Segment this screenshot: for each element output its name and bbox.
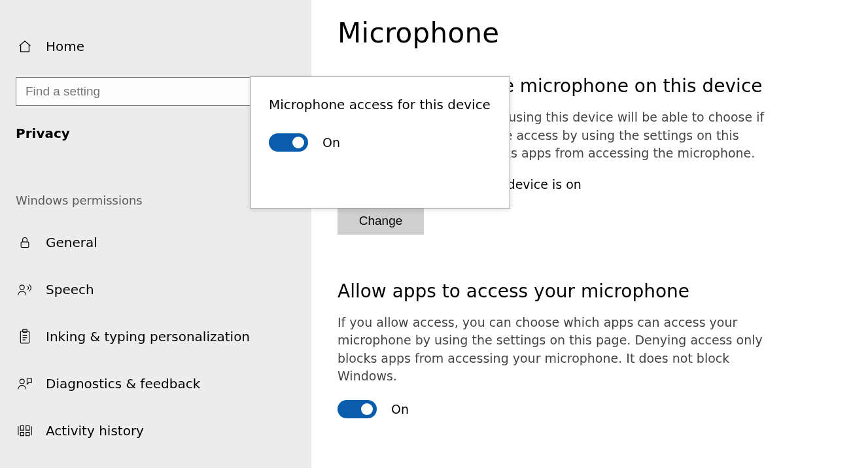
sidebar-home-label: Home bbox=[46, 39, 84, 54]
sidebar-item-general[interactable]: General bbox=[0, 219, 311, 266]
clipboard-icon bbox=[16, 327, 34, 346]
sidebar-item-inking[interactable]: Inking & typing personalization bbox=[0, 313, 311, 360]
sidebar-item-speech[interactable]: Speech bbox=[0, 266, 311, 313]
sidebar-item-label: Activity history bbox=[46, 423, 144, 439]
lock-icon bbox=[16, 233, 34, 252]
svg-rect-2 bbox=[20, 331, 29, 343]
allow-apps-body: If you allow access, you can choose whic… bbox=[338, 314, 769, 386]
page-title: Microphone bbox=[338, 17, 868, 49]
main-content: Microphone Allow access to the microphon… bbox=[311, 0, 868, 468]
sidebar: Home Privacy Windows permissions General bbox=[0, 0, 311, 468]
sidebar-item-label: Speech bbox=[46, 282, 94, 297]
sidebar-item-label: General bbox=[46, 235, 97, 250]
svg-rect-13 bbox=[26, 433, 29, 436]
feedback-icon bbox=[16, 375, 34, 393]
svg-point-7 bbox=[20, 379, 24, 384]
svg-rect-10 bbox=[20, 426, 24, 430]
device-access-toggle-label: On bbox=[322, 135, 340, 150]
popup-title: Microphone access for this device bbox=[269, 95, 491, 114]
sidebar-item-label: Diagnostics & feedback bbox=[46, 376, 200, 392]
device-access-toggle[interactable] bbox=[269, 133, 308, 152]
microphone-access-popup: Microphone access for this device On bbox=[250, 76, 510, 209]
svg-rect-11 bbox=[26, 426, 29, 430]
svg-rect-12 bbox=[20, 433, 24, 436]
home-icon bbox=[16, 37, 34, 56]
sidebar-home[interactable]: Home bbox=[0, 27, 311, 65]
sidebar-item-label: Inking & typing personalization bbox=[46, 329, 250, 344]
change-button[interactable]: Change bbox=[338, 206, 424, 235]
allow-apps-heading: Allow apps to access your microphone bbox=[338, 280, 868, 302]
apps-access-toggle[interactable] bbox=[338, 400, 377, 418]
svg-point-1 bbox=[20, 285, 24, 290]
speech-icon bbox=[16, 280, 34, 299]
activity-icon bbox=[16, 422, 34, 440]
apps-access-toggle-label: On bbox=[391, 402, 409, 416]
sidebar-item-diagnostics[interactable]: Diagnostics & feedback bbox=[0, 360, 311, 407]
svg-rect-0 bbox=[21, 242, 29, 247]
sidebar-item-activity[interactable]: Activity history bbox=[0, 407, 311, 454]
